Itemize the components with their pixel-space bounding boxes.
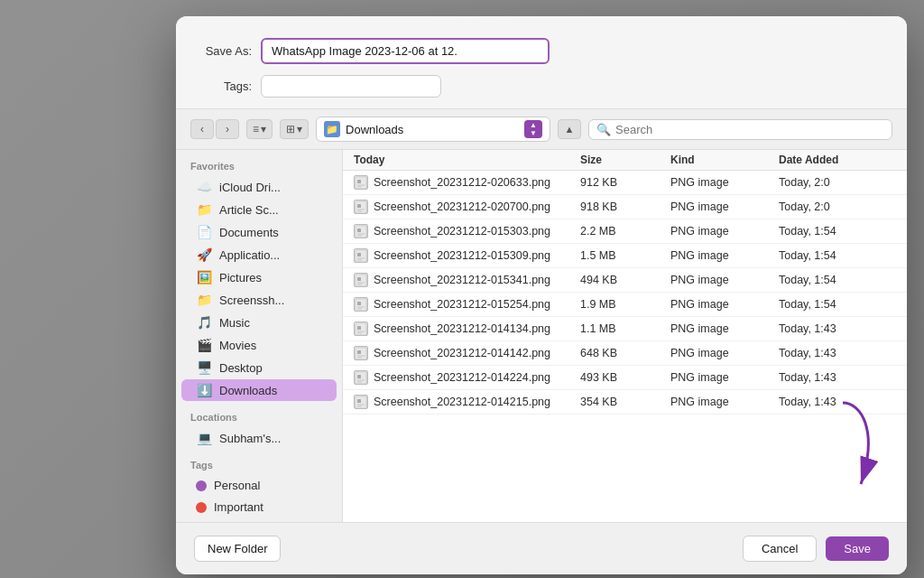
file-kind: PNG image: [670, 225, 779, 238]
computer-icon: 💻: [196, 431, 212, 445]
sidebar-item-documents[interactable]: 📄 Documents: [181, 221, 337, 243]
file-icon: [354, 322, 368, 336]
table-row[interactable]: Screenshot_20231212-014215.png 354 KB PN…: [343, 390, 907, 415]
svg-rect-21: [357, 302, 361, 305]
sidebar-item-pictures[interactable]: 🖼️ Pictures: [181, 266, 337, 288]
col-name: Today: [354, 154, 580, 166]
cancel-button[interactable]: Cancel: [743, 536, 817, 562]
music-icon: 🎵: [196, 315, 212, 330]
file-date: Today, 1:54: [779, 249, 896, 262]
file-icon: [354, 395, 368, 409]
location-arrows-icon: ▲ ▼: [524, 120, 542, 138]
sidebar-item-label: Desktop: [219, 361, 263, 375]
downloads-icon: ⬇️: [196, 383, 212, 397]
dialog-footer: New Folder Cancel Save: [176, 522, 907, 574]
icloud-icon: ☁️: [196, 180, 212, 194]
sidebar-item-desktop[interactable]: 🖥️ Desktop: [181, 357, 337, 378]
grid-view-button[interactable]: ⊞ ▾: [280, 119, 309, 139]
file-size: 494 KB: [580, 274, 670, 286]
sidebar-item-downloads[interactable]: ⬇️ Downloads: [181, 379, 337, 401]
file-size: 912 KB: [580, 176, 670, 189]
file-size: 354 KB: [580, 396, 670, 408]
expand-button[interactable]: ▲: [558, 119, 581, 139]
table-row[interactable]: Screenshot_20231212-020633.png 912 KB PN…: [343, 171, 907, 195]
tags-row: Tags:: [198, 75, 885, 98]
file-icon: [354, 297, 368, 312]
file-icon: [354, 273, 368, 287]
svg-rect-5: [357, 204, 361, 208]
save-as-input[interactable]: [261, 38, 550, 64]
sidebar-item-article-sc[interactable]: 📁 Article Sc...: [181, 199, 337, 220]
svg-rect-29: [357, 350, 361, 354]
applications-icon: 🚀: [196, 247, 212, 262]
file-icon: [354, 200, 368, 214]
svg-rect-9: [357, 228, 361, 232]
grid-view-chevron: ▾: [297, 123, 302, 135]
table-row[interactable]: Screenshot_20231212-015254.png 1.9 MB PN…: [343, 293, 907, 317]
sidebar-tag-personal[interactable]: Personal: [181, 475, 337, 496]
sidebar-item-label: Music: [219, 316, 250, 330]
toolbar: ‹ › ≡ ▾ ⊞ ▾ 📁 Downloads ▲ ▼ ▲ 🔍: [176, 108, 907, 150]
table-row[interactable]: Screenshot_20231212-014134.png 1.1 MB PN…: [343, 317, 907, 341]
svg-rect-13: [357, 253, 361, 256]
file-kind: PNG image: [670, 347, 779, 359]
file-date: Today, 1:43: [779, 371, 896, 384]
grid-view-icon: ⊞: [286, 123, 295, 135]
file-date: Today, 1:43: [779, 347, 896, 359]
file-name: Screenshot_20231212-014142.png: [374, 347, 550, 359]
documents-icon: 📄: [196, 225, 212, 239]
file-size: 1.9 MB: [580, 298, 670, 311]
file-name-cell: Screenshot_20231212-020633.png: [354, 175, 580, 190]
file-size: 648 KB: [580, 347, 670, 359]
sidebar-item-label: Movies: [219, 339, 256, 352]
personal-tag-dot: [196, 480, 207, 491]
locations-section-title: Locations: [176, 412, 342, 426]
sidebar-item-screenshots[interactable]: 📁 Screenssh...: [181, 289, 337, 311]
save-button[interactable]: Save: [826, 536, 889, 561]
file-name-cell: Screenshot_20231212-015341.png: [354, 273, 580, 287]
screenshots-icon: 📁: [196, 293, 212, 307]
sidebar-item-label: Applicatio...: [219, 248, 280, 262]
file-date: Today, 1:54: [779, 274, 896, 286]
new-folder-button[interactable]: New Folder: [194, 536, 281, 562]
sidebar-item-label: Article Sc...: [219, 203, 279, 217]
sidebar-item-subhams[interactable]: 💻 Subham's...: [181, 427, 337, 449]
list-view-button[interactable]: ≡ ▾: [246, 119, 273, 139]
table-row[interactable]: Screenshot_20231212-015309.png 1.5 MB PN…: [343, 244, 907, 268]
file-icon: [354, 224, 368, 238]
location-selector[interactable]: 📁 Downloads ▲ ▼: [316, 117, 550, 142]
table-row[interactable]: Screenshot_20231212-020700.png 918 KB PN…: [343, 195, 907, 219]
sidebar-item-icloud-drive[interactable]: ☁️ iCloud Dri...: [181, 176, 337, 198]
table-row[interactable]: Screenshot_20231212-014142.png 648 KB PN…: [343, 341, 907, 366]
file-kind: PNG image: [670, 371, 779, 384]
file-name-cell: Screenshot_20231212-020700.png: [354, 200, 580, 214]
file-list: Today Size Kind Date Added Screenshot_20…: [343, 150, 907, 522]
file-kind: PNG image: [670, 396, 779, 408]
file-date: Today, 1:54: [779, 225, 896, 238]
file-list-header: Today Size Kind Date Added: [343, 150, 907, 171]
back-button[interactable]: ‹: [190, 119, 214, 139]
footer-right: Cancel Save: [743, 536, 889, 562]
sidebar-tag-important[interactable]: Important: [181, 497, 337, 517]
file-size: 493 KB: [580, 371, 670, 384]
table-row[interactable]: Screenshot_20231212-015303.png 2.2 MB PN…: [343, 219, 907, 244]
sidebar-item-movies[interactable]: 🎬 Movies: [181, 334, 337, 356]
file-name-cell: Screenshot_20231212-015303.png: [354, 224, 580, 238]
search-icon: 🔍: [596, 123, 611, 136]
sidebar-item-label: Screenssh...: [219, 294, 284, 307]
file-name-cell: Screenshot_20231212-014142.png: [354, 346, 580, 360]
search-input[interactable]: [615, 123, 884, 136]
forward-button[interactable]: ›: [216, 119, 239, 139]
table-row[interactable]: Screenshot_20231212-015341.png 494 KB PN…: [343, 268, 907, 293]
file-size: 2.2 MB: [580, 225, 670, 238]
col-date: Date Added: [779, 154, 896, 166]
sidebar-item-music[interactable]: 🎵 Music: [181, 312, 337, 333]
file-name: Screenshot_20231212-014134.png: [374, 322, 550, 335]
table-row[interactable]: Screenshot_20231212-014224.png 493 KB PN…: [343, 366, 907, 390]
svg-rect-33: [357, 375, 361, 378]
search-box: 🔍: [588, 119, 892, 140]
file-icon: [354, 370, 368, 385]
tags-input[interactable]: [261, 75, 441, 98]
sidebar-item-applications[interactable]: 🚀 Applicatio...: [181, 244, 337, 266]
file-date: Today, 2:0: [779, 200, 896, 213]
